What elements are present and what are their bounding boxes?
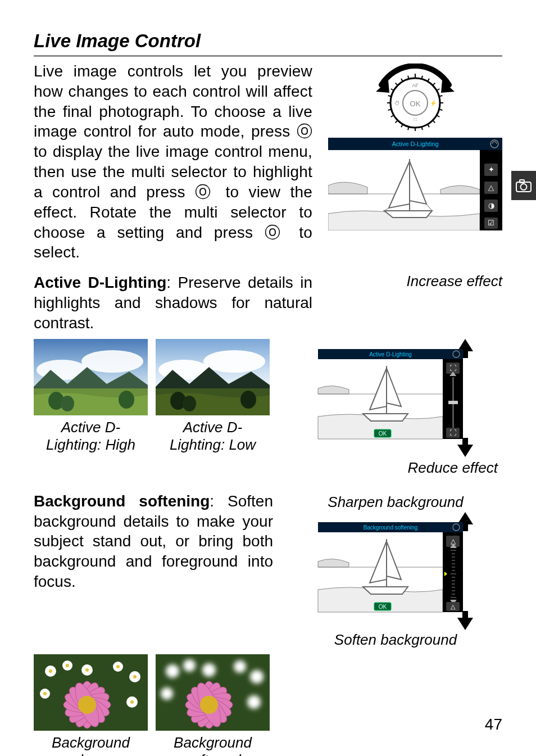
svg-point-155	[234, 660, 246, 673]
svg-text:Background softening: Background softening	[364, 524, 418, 531]
svg-point-153	[183, 659, 196, 672]
svg-text:AF: AF	[412, 83, 419, 88]
bg-example-sharp-caption: Background sharp	[34, 734, 148, 756]
svg-rect-91	[462, 523, 468, 531]
page-number: 47	[485, 716, 502, 734]
live-image-control-menu-preview: Active D-Lighting	[328, 138, 502, 230]
svg-point-59	[61, 396, 74, 411]
svg-text:⏍: ⏍	[414, 116, 417, 122]
svg-point-171	[521, 184, 527, 190]
bg-example-sharp-photo	[34, 654, 148, 731]
svg-line-28	[396, 120, 398, 123]
svg-point-156	[250, 670, 264, 683]
bg-slider-screen: Background softening OK △	[311, 512, 480, 630]
svg-text:△: △	[488, 183, 494, 192]
section-side-tab	[511, 171, 536, 200]
svg-rect-69	[462, 350, 468, 358]
adl-example-high-caption: Active D-Lighting: High	[34, 419, 148, 454]
svg-point-168	[200, 696, 218, 714]
bg-label: Background softening	[34, 492, 210, 510]
svg-line-17	[428, 124, 429, 127]
adl-example-low-photo	[156, 339, 270, 415]
adl-example-low-caption: Active D-Lighting: Low	[156, 419, 270, 454]
svg-text:Active D-Lighting: Active D-Lighting	[369, 351, 412, 357]
active-d-lighting-paragraph: Active D-Lighting: Preserve details in h…	[34, 273, 312, 333]
svg-point-136	[133, 675, 137, 678]
svg-rect-88	[462, 438, 468, 446]
svg-line-16	[433, 120, 435, 123]
svg-rect-85	[448, 401, 458, 404]
svg-rect-170	[520, 180, 524, 183]
svg-text:⛶: ⛶	[449, 364, 456, 372]
svg-point-158	[247, 695, 261, 709]
svg-text:✦: ✦	[488, 165, 494, 174]
svg-point-67	[240, 391, 256, 409]
background-softening-paragraph: Background softening: Soften background …	[34, 491, 273, 649]
svg-rect-124	[462, 611, 468, 619]
svg-text:◑: ◑	[488, 201, 494, 210]
heading-rule	[34, 55, 502, 57]
svg-line-10	[433, 83, 435, 85]
svg-line-11	[437, 89, 439, 90]
section-heading: Live Image Control	[34, 30, 502, 52]
svg-point-152	[166, 664, 179, 678]
svg-marker-89	[457, 445, 473, 457]
svg-point-157	[161, 687, 173, 700]
reduce-effect-label: Reduce effect	[408, 459, 498, 477]
svg-line-21	[401, 79, 403, 82]
increase-effect-label: Increase effect	[328, 273, 502, 333]
svg-point-130	[66, 664, 69, 667]
svg-text:OK: OK	[379, 431, 387, 437]
svg-line-29	[401, 124, 403, 127]
svg-point-56	[81, 350, 143, 373]
svg-point-150	[78, 696, 96, 714]
adl-slider-screen: Active D-Lighting OK ⛶	[311, 339, 480, 457]
soften-background-label: Soften background	[334, 631, 457, 649]
svg-text:⛶: ⛶	[449, 429, 456, 437]
svg-line-22	[396, 83, 398, 85]
intro-paragraph: Live image controls let you preview how …	[34, 61, 312, 262]
svg-text:OK: OK	[410, 99, 421, 108]
svg-point-63	[203, 350, 265, 373]
svg-point-66	[183, 396, 196, 411]
svg-text:OK: OK	[379, 604, 387, 610]
svg-point-140	[130, 700, 134, 704]
svg-point-134	[116, 665, 120, 668]
svg-point-138	[43, 692, 47, 695]
svg-text:☑: ☑	[488, 219, 494, 227]
preview-title: Active D-Lighting	[392, 141, 438, 147]
adl-example-high-photo	[34, 339, 148, 415]
svg-line-15	[437, 115, 439, 117]
bg-example-soft-photo	[156, 654, 270, 731]
svg-point-132	[85, 668, 89, 672]
svg-line-23	[391, 89, 394, 90]
adl-label: Active D-Lighting	[34, 274, 166, 291]
svg-line-9	[428, 79, 429, 82]
svg-text:⚡: ⚡	[430, 99, 437, 107]
camera-icon	[516, 179, 532, 192]
svg-text:△: △	[451, 603, 456, 610]
bg-example-soft-caption: Background softened	[156, 734, 270, 756]
sharpen-background-label: Sharpen background	[328, 494, 463, 511]
svg-point-128	[49, 669, 52, 673]
svg-point-154	[202, 663, 216, 677]
svg-point-60	[119, 391, 134, 409]
multi-selector-dial-figure: OK AF ⚡ ⏱ ⏍	[359, 64, 471, 131]
svg-marker-125	[457, 618, 473, 630]
svg-text:⏱: ⏱	[394, 100, 400, 106]
svg-line-27	[391, 115, 394, 117]
